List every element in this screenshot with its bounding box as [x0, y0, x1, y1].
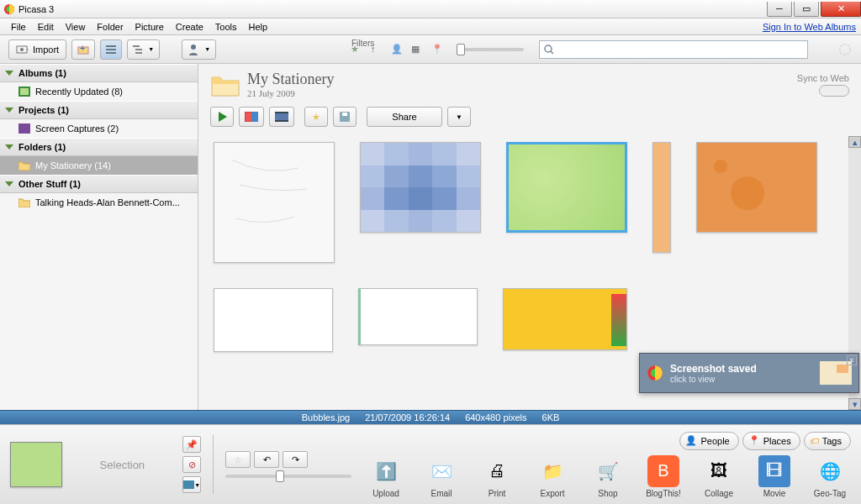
menu-edit[interactable]: Edit: [32, 20, 60, 34]
signin-link[interactable]: Sign In to Web Albums: [763, 22, 856, 32]
tags-chip[interactable]: 🏷Tags: [804, 432, 851, 450]
chevron-down-icon: ▼: [456, 113, 462, 121]
selection-thumbnail[interactable]: [10, 442, 62, 487]
search-input[interactable]: [539, 40, 808, 59]
chip-label: Places: [763, 436, 791, 446]
hold-button[interactable]: 📌: [182, 436, 201, 453]
tree-group-albums[interactable]: Albums (1): [0, 64, 198, 82]
rotate-right-button[interactable]: ↷: [283, 451, 308, 468]
thumbnail[interactable]: [358, 288, 478, 345]
dropdown-caret-icon: ▼: [148, 46, 154, 52]
upload-action[interactable]: ⬆️Upload: [365, 455, 407, 498]
project-icon: [18, 123, 30, 134]
folder-icon: [18, 160, 30, 171]
tree-item-my-stationery[interactable]: My Stationery (14): [0, 156, 198, 175]
shop-action[interactable]: 🛒Shop: [587, 455, 629, 498]
scroll-down-button[interactable]: ▾: [848, 398, 861, 410]
menu-file[interactable]: File: [5, 20, 32, 34]
thumbnail[interactable]: [214, 288, 333, 352]
star-filter-icon[interactable]: ★: [351, 44, 362, 55]
blog-icon: B: [647, 455, 679, 487]
zoom-knob[interactable]: [276, 470, 284, 482]
uploaded-filter-icon[interactable]: ↑: [371, 44, 383, 55]
expand-icon: [5, 71, 13, 76]
blog-action[interactable]: BBlogThis!: [642, 455, 684, 498]
tree-item-label: Recently Updated (8): [35, 87, 123, 97]
menu-tools[interactable]: Tools: [209, 20, 243, 34]
thumbnail-selected[interactable]: [506, 142, 627, 233]
places-chip[interactable]: 📍Places: [742, 432, 800, 450]
app-icon: [647, 365, 663, 381]
view-tree-button[interactable]: ▼: [127, 39, 160, 60]
tree-item-talking-heads[interactable]: Talking Heads-Alan Bennett-Com...: [0, 193, 198, 212]
tree-group-other[interactable]: Other Stuff (1): [0, 175, 198, 193]
sync-to-web[interactable]: Sync to Web: [797, 73, 849, 97]
menu-folder[interactable]: Folder: [91, 20, 129, 34]
thumbnail[interactable]: [696, 142, 817, 233]
status-dimensions: 640x480 pixels: [465, 412, 526, 423]
add-album-icon: [183, 480, 194, 489]
minimize-button[interactable]: ─: [767, 2, 792, 17]
disk-icon: [340, 112, 350, 122]
save-button[interactable]: [333, 107, 357, 127]
add-button[interactable]: ▼: [182, 476, 201, 493]
toast-subtitle: click to view: [670, 375, 757, 384]
pin-icon: 📌: [186, 439, 198, 450]
sync-toggle[interactable]: [819, 85, 849, 97]
face-detect-button[interactable]: ▼: [182, 39, 216, 60]
close-button[interactable]: ✕: [821, 2, 861, 17]
star-icon: ☆: [234, 454, 242, 465]
share-dropdown[interactable]: ▼: [447, 107, 471, 127]
svg-rect-20: [251, 112, 258, 122]
toast-close-button[interactable]: ✕: [847, 355, 857, 365]
expand-icon: [5, 108, 13, 113]
svg-rect-18: [18, 123, 30, 134]
tree-item-screen-captures[interactable]: Screen Captures (2): [0, 119, 198, 138]
add-folder-button[interactable]: +: [71, 39, 95, 60]
menu-create[interactable]: Create: [170, 20, 209, 34]
notification-toast[interactable]: Screenshot saved click to view ✕: [639, 353, 859, 393]
tree-item-label: My Stationery (14): [35, 160, 111, 171]
people-chip[interactable]: 👤People: [679, 432, 738, 450]
movie-button[interactable]: [269, 107, 294, 127]
maximize-button[interactable]: ▭: [794, 2, 819, 17]
clear-button[interactable]: ⊘: [182, 456, 201, 473]
expand-icon: [5, 181, 13, 186]
face-filter-icon[interactable]: 👤: [391, 44, 403, 55]
play-slideshow-button[interactable]: [210, 107, 234, 127]
slider-knob[interactable]: [457, 44, 465, 55]
menu-view[interactable]: View: [60, 20, 92, 34]
collage-action[interactable]: 🖼Collage: [698, 455, 740, 498]
tree-item-recently-updated[interactable]: Recently Updated (8): [0, 82, 198, 101]
tree-group-projects[interactable]: Projects (1): [0, 101, 198, 119]
list-icon: [106, 45, 116, 54]
thumbnail[interactable]: [214, 142, 335, 263]
date-filter-icon[interactable]: ▦: [411, 44, 423, 55]
export-action[interactable]: 📁Export: [531, 455, 573, 498]
star-toggle-button[interactable]: ☆: [225, 451, 251, 468]
tree-item-label: Screen Captures (2): [35, 123, 119, 134]
scroll-up-button[interactable]: ▴: [848, 136, 861, 148]
zoom-slider[interactable]: [225, 475, 351, 478]
thumbnail[interactable]: [360, 142, 481, 233]
view-list-button[interactable]: [100, 39, 122, 60]
rotate-left-button[interactable]: ↶: [254, 451, 279, 468]
tree-group-folders[interactable]: Folders (1): [0, 138, 198, 156]
photo-tools-button[interactable]: [239, 107, 264, 127]
menu-picture[interactable]: Picture: [129, 20, 170, 34]
print-action[interactable]: 🖨Print: [476, 455, 518, 498]
geotag-action[interactable]: 🌐Geo-Tag: [809, 455, 851, 498]
svg-rect-11: [135, 52, 142, 54]
import-button[interactable]: Import: [8, 39, 66, 60]
movie-action[interactable]: 🎞Movie: [753, 455, 795, 498]
filters-area: Filters ★ ↑ 👤 ▦ 📍: [347, 44, 529, 55]
thumbnail[interactable]: [652, 142, 671, 253]
geo-filter-icon[interactable]: 📍: [431, 44, 443, 55]
share-button[interactable]: Share: [367, 107, 442, 127]
thumbnail[interactable]: [503, 288, 627, 350]
email-action[interactable]: ✉️Email: [420, 455, 462, 498]
filter-slider[interactable]: [457, 48, 524, 51]
menu-help[interactable]: Help: [243, 20, 274, 34]
star-button[interactable]: ★: [304, 107, 328, 127]
bottom-bar: Selection 📌 ⊘ ▼ ☆ ↶ ↷ 👤People 📍Places 🏷T…: [0, 424, 861, 504]
